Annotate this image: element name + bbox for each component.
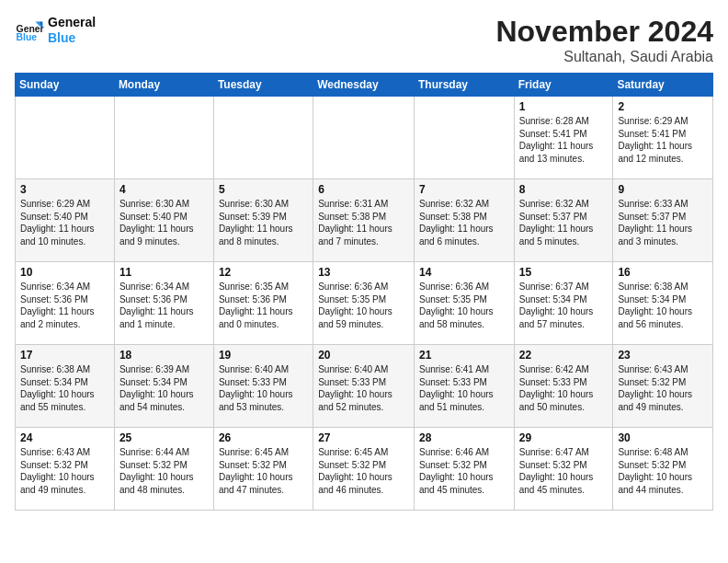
day-info: Sunrise: 6:34 AM Sunset: 5:36 PM Dayligh… [20,281,109,330]
day-info: Sunrise: 6:30 AM Sunset: 5:40 PM Dayligh… [119,198,209,247]
calendar-cell: 30Sunrise: 6:48 AM Sunset: 5:32 PM Dayli… [613,428,713,511]
day-info: Sunrise: 6:36 AM Sunset: 5:35 PM Dayligh… [318,281,409,330]
day-info: Sunrise: 6:39 AM Sunset: 5:34 PM Dayligh… [119,363,209,413]
calendar-cell: 20Sunrise: 6:40 AM Sunset: 5:33 PM Dayli… [313,345,415,428]
calendar-cell: 1Sunrise: 6:28 AM Sunset: 5:41 PM Daylig… [514,97,613,179]
calendar-cell: 21Sunrise: 6:41 AM Sunset: 5:33 PM Dayli… [414,345,514,428]
day-info: Sunrise: 6:35 AM Sunset: 5:36 PM Dayligh… [219,281,308,330]
day-info: Sunrise: 6:34 AM Sunset: 5:36 PM Dayligh… [119,281,209,330]
day-number: 28 [419,431,509,444]
day-info: Sunrise: 6:29 AM Sunset: 5:41 PM Dayligh… [618,115,708,165]
day-info: Sunrise: 6:46 AM Sunset: 5:32 PM Dayligh… [419,446,509,496]
page-header: General Blue General Blue November 2024 … [15,15,713,65]
day-info: Sunrise: 6:43 AM Sunset: 5:32 PM Dayligh… [618,363,708,413]
day-info: Sunrise: 6:43 AM Sunset: 5:32 PM Dayligh… [20,446,109,496]
calendar-cell: 4Sunrise: 6:30 AM Sunset: 5:40 PM Daylig… [114,179,213,262]
logo-icon: General Blue [15,16,44,45]
day-number: 22 [519,349,609,362]
day-number: 30 [618,431,708,444]
header-monday: Monday [114,74,213,97]
calendar-cell: 15Sunrise: 6:37 AM Sunset: 5:34 PM Dayli… [514,262,613,345]
calendar-body: 1Sunrise: 6:28 AM Sunset: 5:41 PM Daylig… [16,97,713,511]
location-subtitle: Sultanah, Saudi Arabia [495,49,713,65]
day-number: 14 [419,266,509,279]
day-number: 13 [318,266,409,279]
calendar-cell: 12Sunrise: 6:35 AM Sunset: 5:36 PM Dayli… [213,262,313,345]
calendar-cell: 25Sunrise: 6:44 AM Sunset: 5:32 PM Dayli… [114,428,213,511]
day-number: 9 [618,183,708,196]
day-number: 6 [318,183,409,196]
week-row-3: 10Sunrise: 6:34 AM Sunset: 5:36 PM Dayli… [16,262,713,345]
day-number: 27 [318,431,409,444]
calendar-cell: 17Sunrise: 6:38 AM Sunset: 5:34 PM Dayli… [16,345,115,428]
month-title: November 2024 [495,15,713,49]
day-info: Sunrise: 6:40 AM Sunset: 5:33 PM Dayligh… [219,363,308,413]
calendar-cell [313,97,415,179]
day-info: Sunrise: 6:44 AM Sunset: 5:32 PM Dayligh… [119,446,209,496]
calendar-cell [114,97,213,179]
calendar-cell: 8Sunrise: 6:32 AM Sunset: 5:37 PM Daylig… [514,179,613,262]
calendar-cell: 28Sunrise: 6:46 AM Sunset: 5:32 PM Dayli… [414,428,514,511]
day-number: 3 [20,183,109,196]
week-row-4: 17Sunrise: 6:38 AM Sunset: 5:34 PM Dayli… [16,345,713,428]
calendar-cell: 23Sunrise: 6:43 AM Sunset: 5:32 PM Dayli… [613,345,713,428]
day-info: Sunrise: 6:31 AM Sunset: 5:38 PM Dayligh… [318,198,409,247]
day-info: Sunrise: 6:40 AM Sunset: 5:33 PM Dayligh… [318,363,409,413]
calendar-cell: 13Sunrise: 6:36 AM Sunset: 5:35 PM Dayli… [313,262,415,345]
calendar-table: SundayMondayTuesdayWednesdayThursdayFrid… [15,73,713,511]
calendar-cell: 10Sunrise: 6:34 AM Sunset: 5:36 PM Dayli… [16,262,115,345]
day-number: 20 [318,349,409,362]
day-number: 17 [20,349,109,362]
calendar-cell: 29Sunrise: 6:47 AM Sunset: 5:32 PM Dayli… [514,428,613,511]
day-info: Sunrise: 6:38 AM Sunset: 5:34 PM Dayligh… [618,281,708,330]
day-number: 5 [219,183,308,196]
header-saturday: Saturday [613,74,713,97]
day-number: 1 [519,100,609,113]
logo-line1: General [48,15,96,30]
header-sunday: Sunday [16,74,115,97]
calendar-cell: 5Sunrise: 6:30 AM Sunset: 5:39 PM Daylig… [213,179,313,262]
day-number: 10 [20,266,109,279]
calendar-cell: 27Sunrise: 6:45 AM Sunset: 5:32 PM Dayli… [313,428,415,511]
day-number: 7 [419,183,509,196]
calendar-cell: 16Sunrise: 6:38 AM Sunset: 5:34 PM Dayli… [613,262,713,345]
week-row-5: 24Sunrise: 6:43 AM Sunset: 5:32 PM Dayli… [16,428,713,511]
day-number: 12 [219,266,308,279]
day-info: Sunrise: 6:29 AM Sunset: 5:40 PM Dayligh… [20,198,109,247]
calendar-cell [16,97,115,179]
day-number: 19 [219,349,308,362]
week-row-1: 1Sunrise: 6:28 AM Sunset: 5:41 PM Daylig… [16,97,713,179]
calendar-cell: 18Sunrise: 6:39 AM Sunset: 5:34 PM Dayli… [114,345,213,428]
day-info: Sunrise: 6:30 AM Sunset: 5:39 PM Dayligh… [219,198,308,247]
day-info: Sunrise: 6:48 AM Sunset: 5:32 PM Dayligh… [618,446,708,496]
calendar-header-row: SundayMondayTuesdayWednesdayThursdayFrid… [16,74,713,97]
svg-text:Blue: Blue [17,32,38,42]
calendar-cell: 7Sunrise: 6:32 AM Sunset: 5:38 PM Daylig… [414,179,514,262]
header-thursday: Thursday [414,74,514,97]
day-info: Sunrise: 6:45 AM Sunset: 5:32 PM Dayligh… [318,446,409,496]
calendar-cell [213,97,313,179]
day-info: Sunrise: 6:45 AM Sunset: 5:32 PM Dayligh… [219,446,308,496]
day-number: 29 [519,431,609,444]
calendar-cell [414,97,514,179]
header-tuesday: Tuesday [213,74,313,97]
day-info: Sunrise: 6:28 AM Sunset: 5:41 PM Dayligh… [519,115,609,165]
day-info: Sunrise: 6:32 AM Sunset: 5:37 PM Dayligh… [519,198,609,247]
calendar-cell: 11Sunrise: 6:34 AM Sunset: 5:36 PM Dayli… [114,262,213,345]
calendar-cell: 9Sunrise: 6:33 AM Sunset: 5:37 PM Daylig… [613,179,713,262]
day-info: Sunrise: 6:37 AM Sunset: 5:34 PM Dayligh… [519,281,609,330]
day-number: 18 [119,349,209,362]
calendar-cell: 24Sunrise: 6:43 AM Sunset: 5:32 PM Dayli… [16,428,115,511]
day-number: 11 [119,266,209,279]
title-block: November 2024 Sultanah, Saudi Arabia [495,15,713,65]
header-wednesday: Wednesday [313,74,415,97]
calendar-cell: 2Sunrise: 6:29 AM Sunset: 5:41 PM Daylig… [613,97,713,179]
logo: General Blue General Blue [15,15,96,46]
day-number: 24 [20,431,109,444]
day-number: 4 [119,183,209,196]
calendar-cell: 22Sunrise: 6:42 AM Sunset: 5:33 PM Dayli… [514,345,613,428]
day-info: Sunrise: 6:36 AM Sunset: 5:35 PM Dayligh… [419,281,509,330]
day-info: Sunrise: 6:38 AM Sunset: 5:34 PM Dayligh… [20,363,109,413]
day-number: 8 [519,183,609,196]
day-number: 2 [618,100,708,113]
